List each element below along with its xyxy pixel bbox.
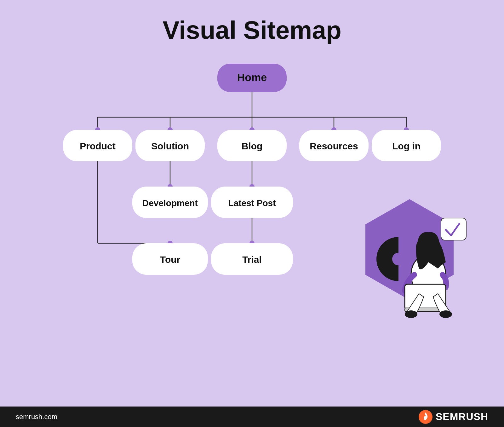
page-title: Visual Sitemap — [163, 16, 341, 45]
svg-text:Development: Development — [142, 198, 198, 208]
svg-point-47 — [405, 310, 417, 318]
svg-text:Trial: Trial — [242, 254, 262, 265]
svg-text:Tour: Tour — [160, 254, 180, 265]
semrush-brand-text: SEMRUSH — [436, 411, 488, 423]
svg-text:Latest Post: Latest Post — [228, 198, 276, 208]
svg-text:Blog: Blog — [242, 141, 263, 151]
svg-text:Log in: Log in — [392, 141, 421, 151]
svg-text:Product: Product — [80, 141, 115, 151]
svg-point-48 — [439, 310, 452, 318]
svg-text:Home: Home — [237, 71, 267, 83]
main-content: Visual Sitemap — [0, 0, 504, 407]
svg-text:Resources: Resources — [310, 141, 358, 151]
footer: semrush.com SEMRUSH — [0, 407, 504, 427]
semrush-icon — [419, 410, 432, 424]
illustration — [343, 190, 476, 322]
footer-url: semrush.com — [16, 413, 57, 421]
sitemap-diagram: Product Solution Blog Resources Log in D… — [47, 64, 457, 291]
svg-rect-42 — [441, 218, 466, 240]
semrush-logo: SEMRUSH — [419, 410, 488, 424]
svg-text:Solution: Solution — [151, 141, 189, 151]
